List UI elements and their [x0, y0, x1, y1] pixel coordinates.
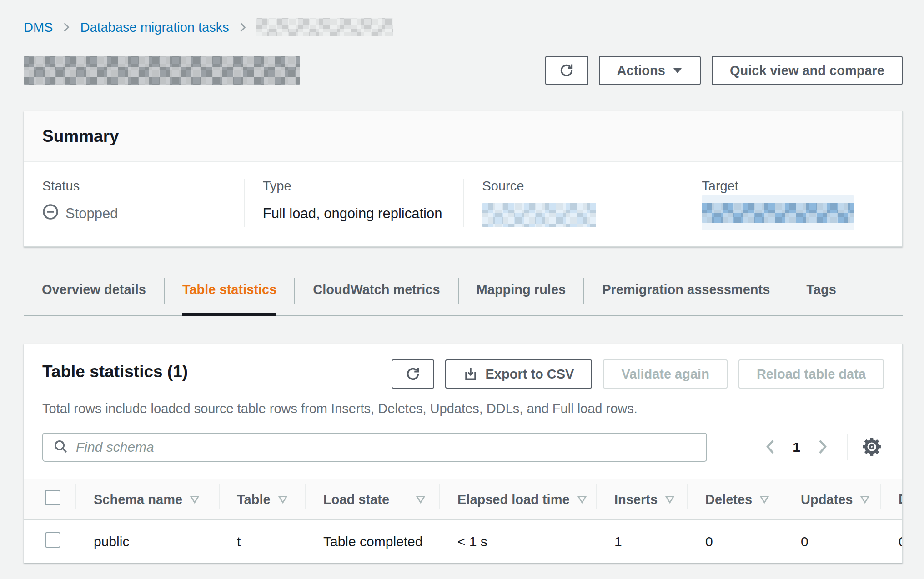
table-header-row: Schema name Table Load state Elapsed loa…: [24, 479, 903, 520]
column-label: Deletes: [705, 492, 752, 507]
column-label: Schema name: [94, 492, 182, 507]
pagination: 1: [760, 434, 884, 460]
type-value: Full load, ongoing replication: [263, 203, 445, 225]
table-statistics-card: Table statistics (1) Export to CSV Valid…: [24, 344, 903, 563]
tab-tags[interactable]: Tags: [788, 276, 854, 315]
pagination-divider: [847, 434, 848, 460]
settings-gear-icon: [861, 436, 882, 459]
tab-cloudwatch-metrics[interactable]: CloudWatch metrics: [295, 276, 458, 315]
column-label: Updates: [801, 492, 853, 507]
search-icon: [53, 439, 68, 455]
summary-card: Summary Status Stopped Type Full load, o…: [24, 111, 903, 247]
select-all-checkbox[interactable]: [45, 490, 60, 505]
sort-icon[interactable]: [665, 492, 675, 507]
actions-button[interactable]: Actions: [599, 56, 701, 85]
breadcrumb-link-dms[interactable]: DMS: [24, 20, 53, 35]
breadcrumb: DMS Database migration tasks: [24, 0, 903, 36]
refresh-icon: [405, 366, 421, 382]
column-header-load-state[interactable]: Load state: [305, 479, 439, 520]
previous-page-icon: [764, 439, 776, 456]
cell-schema-name: public: [75, 520, 219, 563]
status-value: Stopped: [65, 205, 118, 222]
page-header: Actions Quick view and compare: [24, 55, 903, 85]
row-checkbox[interactable]: [45, 532, 60, 548]
tab-table-statistics[interactable]: Table statistics: [164, 276, 295, 315]
breadcrumb-link-tasks[interactable]: Database migration tasks: [80, 20, 229, 35]
task-detail-tabs: Overview details Table statistics CloudW…: [24, 276, 903, 316]
column-label: Load state: [323, 492, 389, 507]
table-statistics-table: Schema name Table Load state Elapsed loa…: [24, 479, 903, 563]
sort-icon[interactable]: [190, 492, 200, 507]
column-label: D: [899, 492, 903, 506]
validate-again-button[interactable]: Validate again: [603, 359, 727, 389]
refresh-button[interactable]: [545, 56, 588, 85]
export-icon: [463, 367, 478, 381]
table-row[interactable]: public t Table completed < 1 s 1 0 0 0: [24, 520, 903, 563]
table-preferences-button[interactable]: [859, 434, 884, 460]
dms-task-page: DMS Database migration tasks Actions: [0, 0, 924, 579]
schema-search-box: [42, 433, 707, 462]
actions-button-label: Actions: [617, 63, 665, 78]
source-value-redacted[interactable]: [482, 203, 596, 227]
header-buttons: Actions Quick view and compare: [545, 56, 903, 85]
cell-table: t: [219, 520, 305, 563]
sort-icon[interactable]: [416, 492, 426, 507]
breadcrumb-chevron-icon: [62, 22, 71, 33]
table-statistics-description: Total rows include loaded source table r…: [42, 401, 884, 416]
column-label: Table: [237, 492, 271, 507]
summary-body: Status Stopped Type Full load, ongoing r…: [24, 162, 902, 246]
reload-table-data-button[interactable]: Reload table data: [738, 359, 884, 389]
sort-icon[interactable]: [577, 492, 587, 507]
export-to-csv-label: Export to CSV: [485, 367, 574, 382]
table-toolbar: 1: [24, 433, 902, 462]
type-label: Type: [263, 179, 445, 194]
cell-load-state: Table completed: [305, 520, 439, 563]
next-page-icon: [817, 439, 829, 456]
column-header-inserts[interactable]: Inserts: [596, 479, 687, 520]
cell-inserts: 1: [596, 520, 687, 563]
stopped-status-icon: [42, 204, 59, 224]
column-header-schema-name[interactable]: Schema name: [75, 479, 219, 520]
caret-down-icon: [673, 67, 683, 74]
summary-field-target: Target: [683, 179, 902, 227]
export-to-csv-button[interactable]: Export to CSV: [445, 359, 592, 389]
target-label: Target: [702, 179, 884, 194]
sort-icon[interactable]: [278, 492, 288, 507]
column-header-elapsed-load-time[interactable]: Elapsed load time: [439, 479, 596, 520]
current-page-number: 1: [781, 439, 812, 455]
tab-mapping-rules[interactable]: Mapping rules: [458, 276, 584, 315]
refresh-icon: [559, 63, 574, 78]
search-input[interactable]: [75, 439, 696, 455]
column-header-deletes[interactable]: Deletes: [687, 479, 783, 520]
next-page-button[interactable]: [812, 436, 833, 459]
previous-page-button[interactable]: [760, 436, 781, 459]
summary-title: Summary: [24, 111, 902, 162]
column-label: Elapsed load time: [457, 492, 570, 507]
column-label: Inserts: [614, 492, 658, 507]
table-statistics-buttons: Export to CSV Validate again Reload tabl…: [392, 359, 884, 389]
tab-overview-details[interactable]: Overview details: [24, 276, 164, 315]
table-refresh-button[interactable]: [392, 359, 434, 389]
tab-premigration-assessments[interactable]: Premigration assessments: [584, 276, 788, 315]
status-label: Status: [42, 179, 226, 194]
source-label: Source: [482, 179, 665, 194]
cell-clipped: 0: [880, 520, 903, 563]
summary-field-status: Status Stopped: [24, 179, 244, 227]
summary-field-type: Type Full load, ongoing replication: [244, 179, 463, 227]
cell-deletes: 0: [687, 520, 783, 563]
cell-elapsed-load-time: < 1 s: [439, 520, 596, 563]
breadcrumb-current-redacted: [256, 18, 393, 36]
table-statistics-title: Table statistics (1): [42, 362, 188, 381]
page-title-redacted: [24, 56, 300, 85]
cell-updates: 0: [783, 520, 880, 563]
column-header-clipped[interactable]: D: [880, 479, 903, 520]
column-header-updates[interactable]: Updates: [783, 479, 880, 520]
column-header-table[interactable]: Table: [219, 479, 305, 520]
quick-view-compare-button[interactable]: Quick view and compare: [712, 56, 903, 85]
summary-field-source: Source: [463, 179, 683, 227]
breadcrumb-chevron-icon: [238, 22, 247, 33]
sort-icon[interactable]: [759, 492, 769, 507]
sort-icon[interactable]: [860, 492, 870, 507]
target-value-redacted[interactable]: [702, 203, 854, 223]
